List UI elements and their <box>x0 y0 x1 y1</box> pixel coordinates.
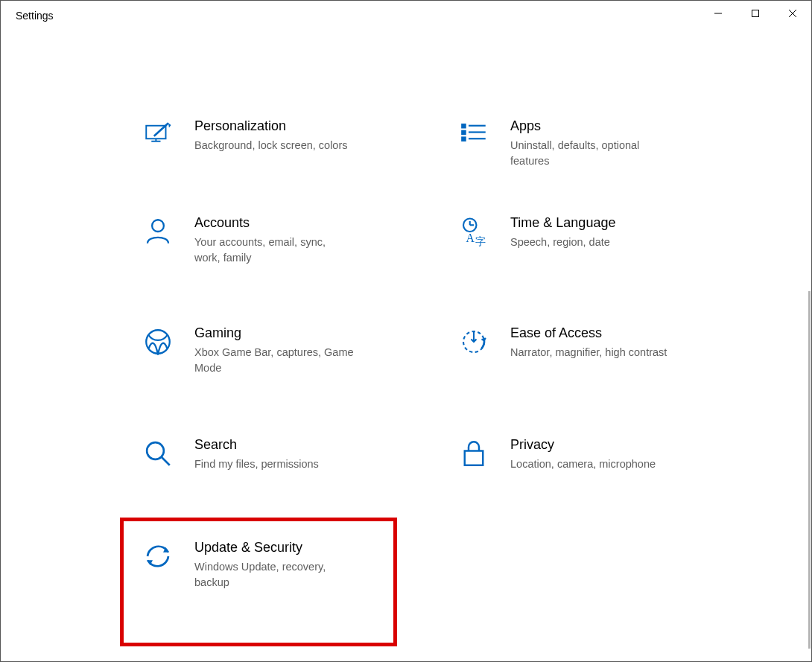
settings-item-gaming[interactable]: Gaming Xbox Game Bar, captures, Game Mod… <box>135 308 428 420</box>
svg-rect-8 <box>462 124 465 127</box>
item-desc: Speech, region, date <box>510 235 615 250</box>
settings-item-ease-of-access[interactable]: Ease of Access Narrator, magnifier, high… <box>451 308 744 420</box>
settings-item-time-language[interactable]: A 字 Time & Language Speech, region, date <box>451 198 744 308</box>
item-title: Privacy <box>510 436 656 453</box>
window-controls <box>700 1 811 26</box>
minimize-button[interactable] <box>700 1 737 26</box>
svg-point-20 <box>146 330 170 354</box>
maximize-button[interactable] <box>737 1 774 26</box>
accounts-icon <box>141 214 175 249</box>
svg-line-24 <box>162 457 170 465</box>
settings-item-personalization[interactable]: Personalization Background, lock screen,… <box>135 101 428 198</box>
settings-content: Personalization Background, lock screen,… <box>1 31 811 607</box>
item-title: Time & Language <box>510 214 615 232</box>
privacy-icon <box>457 436 491 471</box>
svg-rect-9 <box>462 131 465 134</box>
scrollbar[interactable] <box>808 291 811 649</box>
svg-text:字: 字 <box>475 236 486 247</box>
svg-point-14 <box>152 220 164 232</box>
item-title: Apps <box>510 118 670 135</box>
minimize-icon <box>714 9 723 18</box>
settings-item-accounts[interactable]: Accounts Your accounts, email, sync, wor… <box>135 198 428 308</box>
apps-icon <box>457 118 491 152</box>
svg-point-23 <box>147 442 164 459</box>
window-title: Settings <box>16 1 54 22</box>
item-desc: Windows Update, recovery, backup <box>194 559 354 591</box>
close-button[interactable] <box>774 1 811 26</box>
svg-text:A: A <box>466 232 475 244</box>
item-desc: Uninstall, defaults, optional features <box>510 138 670 169</box>
svg-rect-25 <box>465 451 483 465</box>
item-desc: Find my files, permissions <box>194 456 319 472</box>
item-desc: Xbox Game Bar, captures, Game Mode <box>194 345 354 376</box>
personalization-icon <box>141 118 175 152</box>
settings-item-update-security[interactable]: Update & Security Windows Update, recove… <box>135 502 428 607</box>
item-desc: Narrator, magnifier, high contrast <box>510 345 667 360</box>
ease-of-access-icon <box>457 325 491 359</box>
svg-rect-10 <box>462 138 465 141</box>
item-title: Personalization <box>194 118 348 135</box>
settings-item-apps[interactable]: Apps Uninstall, defaults, optional featu… <box>451 101 744 198</box>
item-desc: Background, lock screen, colors <box>194 138 348 153</box>
settings-item-search[interactable]: Search Find my files, permissions <box>135 420 428 502</box>
item-title: Search <box>194 436 319 453</box>
item-title: Accounts <box>194 214 354 232</box>
update-security-icon <box>141 539 175 573</box>
close-icon <box>788 9 797 18</box>
svg-rect-1 <box>752 10 759 17</box>
time-language-icon: A 字 <box>457 214 491 249</box>
settings-grid: Personalization Background, lock screen,… <box>135 101 744 607</box>
item-title: Update & Security <box>194 539 354 556</box>
titlebar: Settings <box>1 1 811 31</box>
maximize-icon <box>751 9 760 18</box>
item-title: Ease of Access <box>510 325 667 342</box>
item-title: Gaming <box>194 325 354 342</box>
settings-item-privacy[interactable]: Privacy Location, camera, microphone <box>451 420 744 502</box>
item-desc: Your accounts, email, sync, work, family <box>194 235 354 266</box>
search-icon <box>141 436 175 471</box>
item-desc: Location, camera, microphone <box>510 456 656 472</box>
gaming-icon <box>141 325 175 359</box>
